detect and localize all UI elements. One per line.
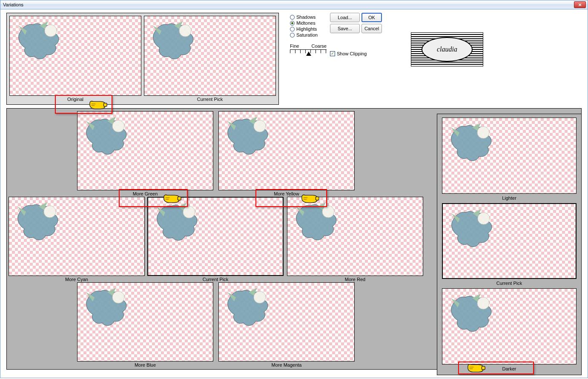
logo: claudia xyxy=(411,32,483,66)
ok-button[interactable]: OK xyxy=(361,13,382,22)
window-title: Variations xyxy=(3,2,23,7)
close-button[interactable]: ✕ xyxy=(574,1,586,8)
top-preview-panel: Original Current Pick xyxy=(6,13,279,105)
dialog-body: Original Current Pick Shadows Midtones H… xyxy=(0,9,588,378)
label-more-yellow: More Yellow xyxy=(218,190,355,196)
cancel-button[interactable]: Cancel xyxy=(361,24,382,33)
thumb-darker[interactable] xyxy=(442,288,577,365)
brightness-panel: Lighter Current Pick Darker xyxy=(437,114,582,375)
label-current-top: Current Pick xyxy=(144,96,276,102)
label-more-blue: More Blue xyxy=(77,362,213,368)
radio-midtones[interactable]: Midtones xyxy=(290,20,327,26)
thumb-current-center[interactable] xyxy=(147,197,284,276)
label-darker: Darker xyxy=(502,365,516,371)
thumb-original[interactable] xyxy=(9,16,141,96)
radio-saturation[interactable]: Saturation xyxy=(290,32,327,37)
thumb-more-red[interactable] xyxy=(287,197,423,276)
label-more-magenta: More Magenta xyxy=(218,362,355,368)
show-clipping-checkbox[interactable] xyxy=(330,51,335,56)
tone-radiogroup: Shadows Midtones Highlights Saturation xyxy=(290,13,327,37)
fine-coarse-slider[interactable]: Fine Coarse xyxy=(290,43,327,58)
label-current-center: Current Pick xyxy=(147,276,284,282)
controls-cluster: Shadows Midtones Highlights Saturation F… xyxy=(290,13,483,66)
label-more-red: More Red xyxy=(287,276,423,282)
label-current-right: Current Pick xyxy=(496,280,522,286)
show-clipping-label: Show Clipping xyxy=(337,51,367,56)
thumb-more-magenta[interactable] xyxy=(218,282,355,362)
thumb-more-green[interactable] xyxy=(77,111,213,190)
thumb-more-yellow[interactable] xyxy=(218,111,355,190)
title-bar: Variations ✕ xyxy=(0,0,588,9)
thumb-current-top[interactable] xyxy=(144,16,276,96)
thumb-more-cyan[interactable] xyxy=(9,197,145,276)
radio-shadows[interactable]: Shadows xyxy=(290,14,327,20)
label-original: Original xyxy=(9,96,141,102)
label-lighter: Lighter xyxy=(502,195,516,201)
thumb-lighter[interactable] xyxy=(442,118,577,194)
thumb-current-right[interactable] xyxy=(442,203,577,279)
load-button[interactable]: Load... xyxy=(330,13,360,22)
label-more-cyan: More Cyan xyxy=(9,276,145,282)
thumb-more-blue[interactable] xyxy=(77,282,213,362)
slider-label-fine: Fine xyxy=(290,43,299,49)
save-button[interactable]: Save... xyxy=(330,24,360,33)
label-more-green: More Green xyxy=(77,190,213,196)
slider-label-coarse: Coarse xyxy=(312,43,327,49)
logo-text: claudia xyxy=(422,37,473,62)
radio-highlights[interactable]: Highlights xyxy=(290,26,327,32)
